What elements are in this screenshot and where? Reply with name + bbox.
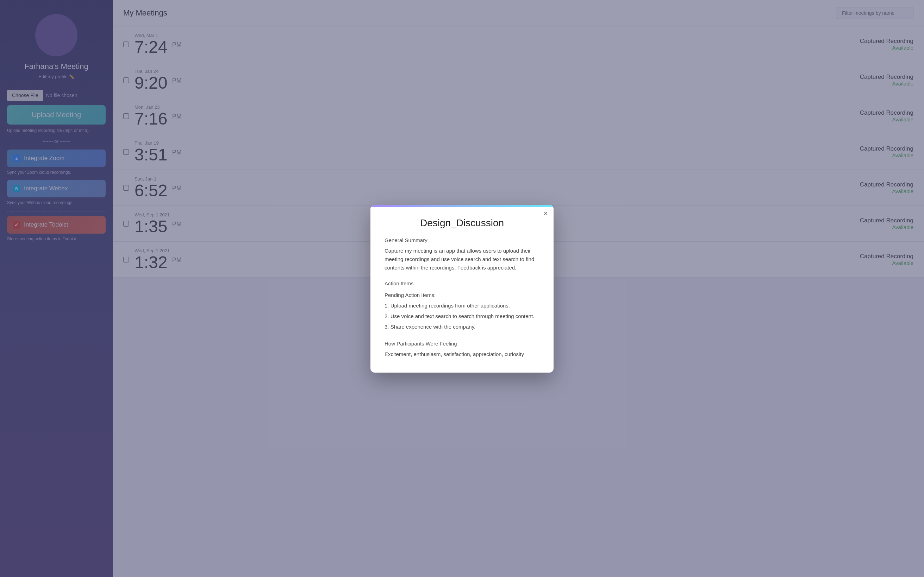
action-items-list: Pending Action Items: 1. Upload meeting … [384, 290, 540, 332]
action-item-2: 2. Use voice and text search to search t… [384, 311, 540, 322]
feelings-text: Excitement, enthusiasm, satisfaction, ap… [384, 350, 540, 358]
action-items-intro: Pending Action Items: [384, 290, 540, 300]
modal-title: Design_Discussion [384, 218, 540, 229]
feelings-section-title: How Participants Were Feeling [384, 340, 540, 347]
action-item-1: 1. Upload meeting recordings from other … [384, 300, 540, 311]
general-summary-section-title: General Summary [384, 237, 540, 243]
modal-close-button[interactable]: × [543, 210, 548, 218]
modal-overlay[interactable]: × Design_Discussion General Summary Capt… [0, 0, 924, 577]
meeting-detail-modal: × Design_Discussion General Summary Capt… [370, 205, 554, 372]
general-summary-text: Capture my meeting is an app that allows… [384, 247, 540, 272]
action-item-3: 3. Share experience with the company. [384, 322, 540, 332]
modal-content: × Design_Discussion General Summary Capt… [370, 207, 554, 372]
action-items-section-title: Action Items [384, 280, 540, 286]
